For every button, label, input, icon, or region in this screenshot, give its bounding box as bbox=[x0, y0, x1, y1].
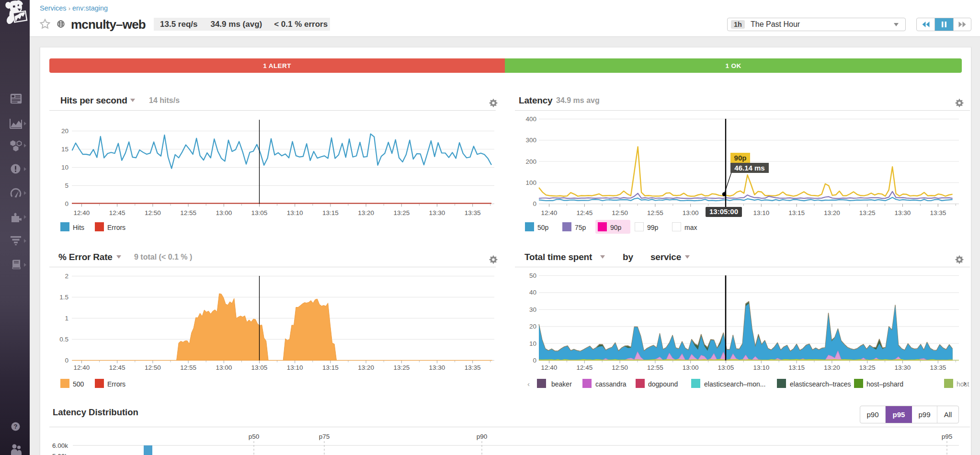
svg-text:13:10: 13:10 bbox=[287, 209, 303, 216]
svg-text:5.00k: 5.00k bbox=[52, 453, 68, 455]
svg-text:13:35: 13:35 bbox=[465, 364, 481, 371]
svg-text:13:00: 13:00 bbox=[683, 364, 699, 371]
svg-text:10: 10 bbox=[61, 164, 68, 171]
svg-text:13:05: 13:05 bbox=[718, 364, 734, 371]
svg-text:13:00: 13:00 bbox=[216, 364, 232, 371]
svg-text:12:50: 12:50 bbox=[145, 209, 161, 216]
svg-text:12:50: 12:50 bbox=[612, 209, 628, 216]
svg-text:13:30: 13:30 bbox=[429, 209, 445, 216]
svg-text:6.00k: 6.00k bbox=[52, 442, 68, 449]
svg-text:0: 0 bbox=[533, 357, 536, 364]
svg-text:13:15: 13:15 bbox=[788, 209, 805, 216]
svg-text:12:55: 12:55 bbox=[647, 364, 663, 371]
svg-text:12:40: 12:40 bbox=[541, 209, 558, 216]
svg-text:12:45: 12:45 bbox=[576, 209, 593, 216]
svg-text:13:15: 13:15 bbox=[322, 209, 339, 216]
svg-text:p90: p90 bbox=[477, 433, 488, 440]
svg-text:13:00: 13:00 bbox=[216, 209, 232, 216]
svg-text:15: 15 bbox=[61, 146, 68, 153]
svg-text:13:35: 13:35 bbox=[930, 364, 946, 371]
svg-text:400: 400 bbox=[525, 115, 536, 123]
svg-text:40: 40 bbox=[529, 289, 536, 296]
svg-text:p50: p50 bbox=[249, 433, 260, 440]
svg-text:0: 0 bbox=[65, 357, 68, 364]
svg-text:13:20: 13:20 bbox=[358, 364, 374, 371]
svg-text:13:05: 13:05 bbox=[251, 364, 268, 371]
svg-text:20: 20 bbox=[61, 127, 68, 135]
svg-text:5: 5 bbox=[65, 182, 68, 189]
svg-text:0: 0 bbox=[65, 200, 68, 207]
svg-text:12:50: 12:50 bbox=[145, 364, 161, 371]
svg-text:20: 20 bbox=[529, 323, 536, 330]
svg-text:200: 200 bbox=[525, 158, 536, 165]
svg-text:13:10: 13:10 bbox=[753, 364, 769, 371]
svg-text:12:55: 12:55 bbox=[647, 209, 663, 216]
svg-text:13:05: 13:05 bbox=[251, 209, 268, 216]
svg-text:12:45: 12:45 bbox=[109, 209, 125, 216]
svg-text:13:35: 13:35 bbox=[465, 209, 481, 216]
svg-text:30: 30 bbox=[529, 306, 536, 313]
svg-text:13:25: 13:25 bbox=[393, 364, 410, 371]
svg-text:12:55: 12:55 bbox=[180, 209, 196, 216]
svg-text:12:40: 12:40 bbox=[74, 209, 90, 216]
svg-text:12:40: 12:40 bbox=[541, 364, 558, 371]
svg-text:13:20: 13:20 bbox=[358, 209, 374, 216]
svg-text:13:30: 13:30 bbox=[895, 364, 911, 371]
svg-text:13:15: 13:15 bbox=[322, 364, 339, 371]
svg-text:13:20: 13:20 bbox=[824, 364, 840, 371]
svg-text:12:45: 12:45 bbox=[109, 364, 125, 371]
svg-text:13:20: 13:20 bbox=[824, 209, 840, 216]
svg-text:13:30: 13:30 bbox=[429, 364, 445, 371]
svg-text:13:30: 13:30 bbox=[895, 209, 911, 216]
svg-text:0: 0 bbox=[533, 200, 536, 207]
svg-text:12:40: 12:40 bbox=[74, 364, 90, 371]
svg-text:12:50: 12:50 bbox=[612, 364, 628, 371]
svg-text:2: 2 bbox=[65, 273, 68, 280]
svg-text:1.5: 1.5 bbox=[59, 294, 68, 301]
svg-text:13:35: 13:35 bbox=[930, 209, 946, 216]
svg-text:13:25: 13:25 bbox=[859, 364, 876, 371]
svg-text:300: 300 bbox=[525, 136, 536, 144]
svg-text:0.5: 0.5 bbox=[59, 336, 68, 343]
svg-text:13:25: 13:25 bbox=[393, 209, 410, 216]
svg-text:13:00: 13:00 bbox=[683, 209, 699, 216]
svg-text:p75: p75 bbox=[319, 433, 330, 440]
svg-text:13:15: 13:15 bbox=[788, 364, 805, 371]
svg-text:50: 50 bbox=[529, 272, 536, 279]
svg-text:12:55: 12:55 bbox=[180, 364, 196, 371]
svg-text:p95: p95 bbox=[942, 433, 953, 440]
svg-text:13:25: 13:25 bbox=[859, 209, 876, 216]
svg-text:13:10: 13:10 bbox=[753, 209, 769, 216]
svg-text:13:10: 13:10 bbox=[287, 364, 303, 371]
svg-text:12:45: 12:45 bbox=[576, 364, 593, 371]
svg-text:10: 10 bbox=[529, 340, 536, 347]
svg-text:1: 1 bbox=[65, 315, 68, 322]
svg-text:100: 100 bbox=[525, 179, 536, 186]
